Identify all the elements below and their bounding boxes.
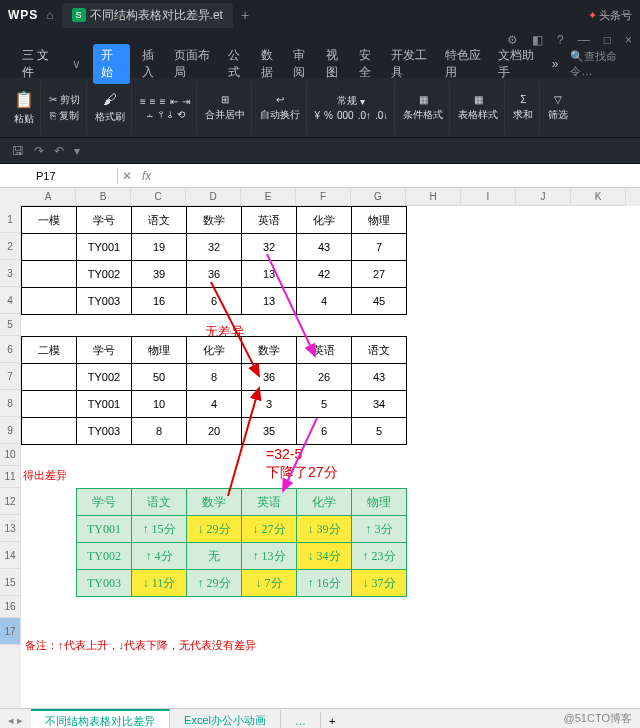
min-button[interactable]: — <box>578 33 590 47</box>
sheet1[interactable]: 不同结构表格对比差异 <box>31 709 170 728</box>
right-link[interactable]: ✦头条号 <box>588 8 632 23</box>
note-legend: 备注：↑代表上升，↓代表下降，无代表没有差异 <box>25 638 256 653</box>
tab-layout[interactable]: 页面布局 <box>174 47 215 81</box>
row-10[interactable]: 10 <box>0 444 21 466</box>
grid-area[interactable]: 得出差异 无差异 =32-5 下降了27分 备注：↑代表上升，↓代表下降，无代表… <box>21 206 640 708</box>
tab-dochelp[interactable]: 文档助手 <box>498 47 539 81</box>
col-B[interactable]: B <box>76 188 131 206</box>
dec-inc[interactable]: .0↑ <box>358 110 371 121</box>
table-style[interactable]: ▦表格样式 <box>458 94 498 122</box>
file-menu[interactable]: 三 文件 <box>22 47 56 81</box>
indent-inc[interactable]: ⇥ <box>182 96 190 107</box>
valign-bot[interactable]: ⫰ <box>168 109 173 120</box>
row-7[interactable]: 7 <box>0 363 21 390</box>
qat-more[interactable]: ▾ <box>74 144 80 158</box>
filter[interactable]: ▽筛选 <box>548 94 568 122</box>
valign-top[interactable]: ⫠ <box>145 109 155 120</box>
row-2[interactable]: 2 <box>0 233 21 260</box>
cancel-icon[interactable]: ✕ <box>118 169 136 183</box>
percent[interactable]: % <box>324 110 333 121</box>
col-D[interactable]: D <box>186 188 241 206</box>
ribbon-tab-strip: 三 文件 ∨ 开始 插入 页面布局 公式 数据 审阅 视图 安全 开发工具 特色… <box>0 50 640 78</box>
row-17[interactable]: 17 <box>0 618 21 645</box>
anno-diff-result: 得出差异 <box>23 468 67 483</box>
col-G[interactable]: G <box>351 188 406 206</box>
skin-icon[interactable]: ◧ <box>532 33 543 47</box>
tab-data[interactable]: 数据 <box>261 47 282 81</box>
row-4[interactable]: 4 <box>0 287 21 314</box>
row-14[interactable]: 14 <box>0 542 21 569</box>
tab-safety[interactable]: 安全 <box>359 47 380 81</box>
row-9[interactable]: 9 <box>0 417 21 444</box>
tab-review[interactable]: 审阅 <box>293 47 314 81</box>
document-tab[interactable]: S 不同结构表格对比差异.et <box>62 3 233 28</box>
col-H[interactable]: H <box>406 188 461 206</box>
tab-insert[interactable]: 插入 <box>142 47 163 81</box>
tabnav[interactable]: ◂ ▸ <box>0 714 31 727</box>
qat-undo[interactable]: ↶ <box>54 144 64 158</box>
doc-name: 不同结构表格对比差异.et <box>90 7 223 24</box>
cond-format[interactable]: ▦条件格式 <box>403 94 443 122</box>
row-15[interactable]: 15 <box>0 569 21 596</box>
fx-icon[interactable]: fx <box>136 169 157 183</box>
app-logo: WPS <box>8 8 38 22</box>
align-center[interactable]: ≡ <box>150 96 156 107</box>
row-11[interactable]: 11 <box>0 466 21 488</box>
col-J[interactable]: J <box>516 188 571 206</box>
tab-start[interactable]: 开始 <box>93 44 130 84</box>
row-12[interactable]: 12 <box>0 488 21 515</box>
col-C[interactable]: C <box>131 188 186 206</box>
align-left[interactable]: ≡ <box>140 96 146 107</box>
settings-icon[interactable]: ⚙ <box>507 33 518 47</box>
orient[interactable]: ⟲ <box>177 109 185 120</box>
tab-view[interactable]: 视图 <box>326 47 347 81</box>
max-button[interactable]: □ <box>604 33 611 47</box>
qat-redo[interactable]: ↷ <box>34 144 44 158</box>
cut-button[interactable]: ✂ 剪切 <box>49 93 80 107</box>
row-3[interactable]: 3 <box>0 260 21 287</box>
format-painter[interactable]: 🖌格式刷 <box>95 91 125 124</box>
help-icon[interactable]: ? <box>557 33 564 47</box>
row-1[interactable]: 1 <box>0 206 21 233</box>
name-box[interactable]: P17 <box>28 168 118 184</box>
sheet2[interactable]: Excel办公小动画 <box>170 710 281 728</box>
row-6[interactable]: 6 <box>0 336 21 363</box>
search-box[interactable]: 🔍查找命令… <box>570 49 630 79</box>
tab-dev[interactable]: 开发工具 <box>391 47 432 81</box>
spreadsheet[interactable]: ABCDEFGHIJK 1234567891011121314151617 得出… <box>0 188 640 708</box>
paste-button[interactable]: 📋粘贴 <box>14 90 34 126</box>
home-icon[interactable]: ⌂ <box>46 8 53 22</box>
col-F[interactable]: F <box>296 188 351 206</box>
col-I[interactable]: I <box>461 188 516 206</box>
comma[interactable]: 000 <box>337 110 354 121</box>
autosum[interactable]: Σ求和 <box>513 94 533 122</box>
row-5[interactable]: 5 <box>0 314 21 336</box>
add-sheet[interactable]: + <box>321 715 343 727</box>
currency[interactable]: ¥ <box>315 110 321 121</box>
valign-mid[interactable]: ⫯ <box>159 109 164 120</box>
tab-more[interactable]: » <box>552 57 559 71</box>
row-16[interactable]: 16 <box>0 596 21 618</box>
copy-button[interactable]: ⎘ 复制 <box>50 109 79 123</box>
indent-dec[interactable]: ⇤ <box>170 96 178 107</box>
qat-save[interactable]: 🖫 <box>12 144 24 158</box>
wrap-text[interactable]: ↩自动换行 <box>260 94 300 122</box>
dec-dec[interactable]: .0↓ <box>375 110 388 121</box>
align-right[interactable]: ≡ <box>160 96 166 107</box>
col-E[interactable]: E <box>241 188 296 206</box>
row-8[interactable]: 8 <box>0 390 21 417</box>
new-tab-button[interactable]: + <box>241 7 249 23</box>
tab-special[interactable]: 特色应用 <box>445 47 486 81</box>
sheet-more[interactable]: … <box>281 712 321 729</box>
formula-bar: P17 ✕ fx <box>0 164 640 188</box>
column-headers: ABCDEFGHIJK <box>21 188 640 206</box>
col-K[interactable]: K <box>571 188 626 206</box>
number-format[interactable]: 常规 ▾ <box>337 94 365 108</box>
row-13[interactable]: 13 <box>0 515 21 542</box>
tab-formula[interactable]: 公式 <box>228 47 249 81</box>
merge-center[interactable]: ⊞合并居中 <box>205 94 245 122</box>
close-button[interactable]: × <box>625 33 632 47</box>
col-A[interactable]: A <box>21 188 76 206</box>
ribbon-toolbar: 📋粘贴 ✂ 剪切 ⎘ 复制 🖌格式刷 ≡≡≡⇤⇥ ⫠⫯⫰⟲ ⊞合并居中 ↩自动换… <box>0 78 640 138</box>
quick-access: 🖫 ↷ ↶ ▾ <box>0 138 640 164</box>
